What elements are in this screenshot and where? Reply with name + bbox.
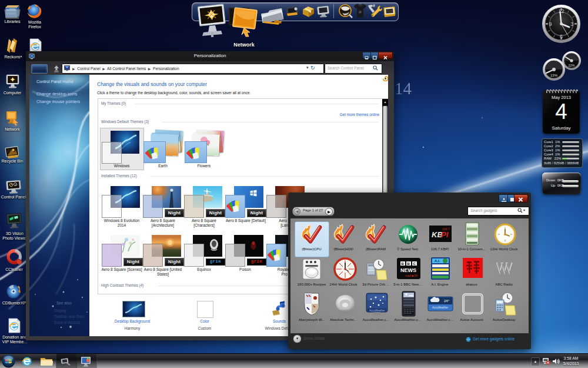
svg-text:NEWS: NEWS xyxy=(400,267,416,273)
svg-text:A.I.: A.I. xyxy=(435,259,440,263)
svg-text:road ▶24: road ▶24 xyxy=(405,274,417,277)
svg-text:106.7: 106.7 xyxy=(442,227,450,231)
svg-text:AccuWeather: AccuWeather xyxy=(432,306,448,309)
svg-text:3: 3 xyxy=(570,21,573,27)
svg-text:24°: 24° xyxy=(444,299,450,303)
svg-text:22%: 22% xyxy=(568,64,574,67)
svg-text:PI: PI xyxy=(441,230,449,239)
svg-text:B: B xyxy=(402,262,405,266)
svg-text:AccuWeather: AccuWeather xyxy=(369,309,385,312)
svg-text:C: C xyxy=(413,262,416,266)
svg-text:B: B xyxy=(407,262,410,266)
svg-text:13%: 13% xyxy=(550,74,558,77)
svg-text:9: 9 xyxy=(549,21,552,27)
